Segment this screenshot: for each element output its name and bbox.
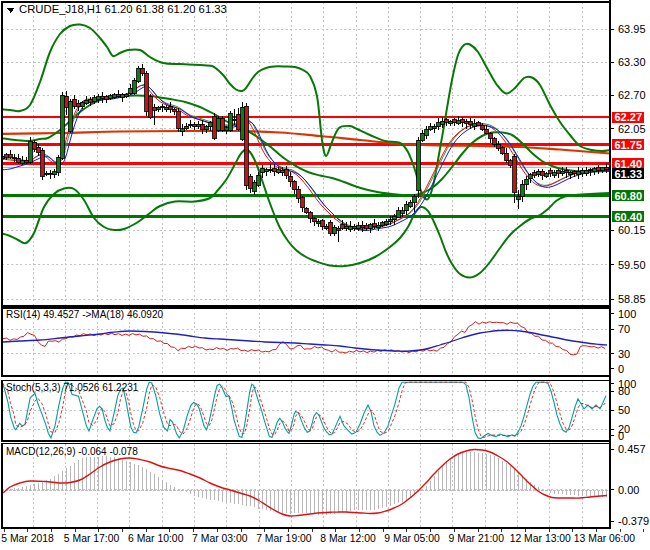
svg-text:63.30: 63.30 <box>618 56 646 68</box>
svg-text:6 Mar 10:00: 6 Mar 10:00 <box>128 533 184 544</box>
svg-text:60.40: 60.40 <box>615 211 643 223</box>
svg-text:-0.379: -0.379 <box>618 515 649 527</box>
svg-text:0: 0 <box>618 430 624 442</box>
svg-text:59.50: 59.50 <box>618 259 646 271</box>
svg-text:13 Mar 06:00: 13 Mar 06:00 <box>574 533 635 544</box>
svg-text:9 Mar 21:00: 9 Mar 21:00 <box>448 533 504 544</box>
svg-text:0: 0 <box>618 363 624 375</box>
svg-text:30: 30 <box>618 348 630 360</box>
svg-text:62.27: 62.27 <box>615 111 643 123</box>
svg-text:7 Mar 19:00: 7 Mar 19:00 <box>256 533 312 544</box>
svg-text:80: 80 <box>618 385 630 397</box>
svg-text:5 Mar 2018: 5 Mar 2018 <box>1 533 54 544</box>
svg-text:70: 70 <box>618 323 630 335</box>
svg-text:Stoch(5,3,3) 71.0526 61.2231: Stoch(5,3,3) 71.0526 61.2231 <box>6 382 139 393</box>
svg-text:63.95: 63.95 <box>618 23 646 35</box>
svg-text:0.00: 0.00 <box>618 484 639 496</box>
svg-text:RSI(14) 49.4527 ->MA(18) 46.0: RSI(14) 49.4527 ->MA(18) 46.0920 <box>6 309 163 320</box>
svg-text:58.85: 58.85 <box>618 293 646 305</box>
svg-text:CRUDE_J18,H1 61.20 61.38 61.2: CRUDE_J18,H1 61.20 61.38 61.20 61.33 <box>19 3 227 15</box>
svg-text:62.05: 62.05 <box>618 123 646 135</box>
svg-text:12 Mar 13:00: 12 Mar 13:00 <box>510 533 571 544</box>
svg-text:100: 100 <box>618 308 636 320</box>
svg-text:61.33: 61.33 <box>615 168 643 180</box>
svg-text:0.457: 0.457 <box>618 443 646 455</box>
svg-text:MACD(12,26,9) -0.064 -0.078: MACD(12,26,9) -0.064 -0.078 <box>6 446 138 457</box>
svg-text:60.80: 60.80 <box>615 190 643 202</box>
svg-text:7 Mar 03:00: 7 Mar 03:00 <box>192 533 248 544</box>
svg-text:50: 50 <box>618 404 630 416</box>
svg-text:9 Mar 05:00: 9 Mar 05:00 <box>384 533 440 544</box>
svg-text:62.70: 62.70 <box>618 89 646 101</box>
svg-text:60.15: 60.15 <box>618 224 646 236</box>
svg-text:5 Mar 17:00: 5 Mar 17:00 <box>64 533 120 544</box>
svg-text:61.75: 61.75 <box>615 139 643 151</box>
svg-text:8 Mar 12:00: 8 Mar 12:00 <box>320 533 376 544</box>
